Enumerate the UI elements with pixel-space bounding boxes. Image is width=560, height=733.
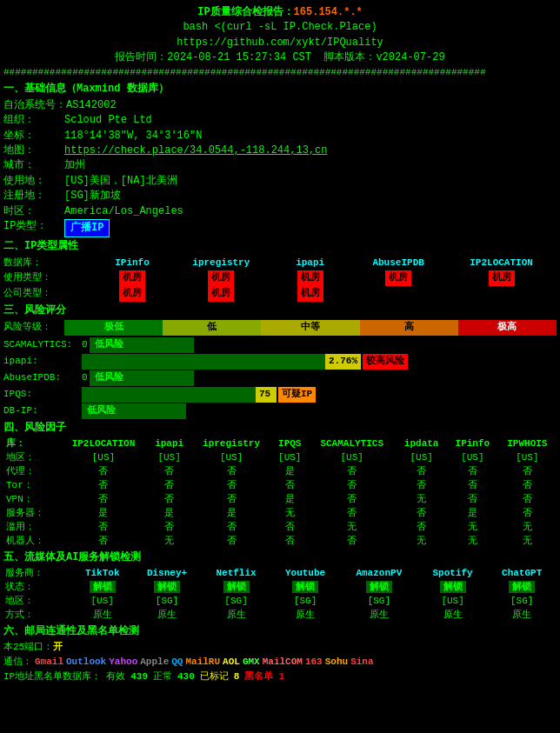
method-label: 方式： [3,609,72,623]
tiktok-region: [US] [72,595,132,609]
bl-valid-label: 有效 [106,670,125,684]
amazonpv-region: [SG] [340,595,418,609]
regzone-value: [SG]新加坡 [64,189,121,203]
proxy-ipapi: 否 [148,465,191,479]
blacklist-row: IP地址黑名单数据库： 有效 439 正常 430 已标记 8 黑名单 1 [3,670,557,684]
risk-level-bar: 风险等级： 极低 低 中等 高 极高 [3,320,557,336]
abuse-scam: 无 [308,521,396,535]
db-ipinfo: IPinfo [91,257,172,270]
tor-label: Tor： [3,479,59,493]
tiktok-header: TikTok [72,567,132,581]
map-url[interactable]: https://check.place/34.0544,-118.244,13,… [64,143,327,158]
ipapi-label: ipapi: [3,355,82,369]
factor-ipqs: IPQS [271,437,308,451]
vpn-ipqs: 是 [271,493,308,507]
section1-title: 一、基础信息（Maxmind 数据库） [3,82,557,97]
netflix-region: [SG] [202,595,271,609]
risk-jidi: 极低 [64,320,163,336]
amazonpv-method: 原生 [340,609,418,623]
mail-apple: Apple [140,656,169,670]
field-org: 组织： Scloud Pte Ltd [3,113,557,128]
field-map: 地图： https://check.place/34.0544,-118.244… [3,143,557,158]
server-ip2l: 是 [59,507,147,521]
tiktok-status: 解锁 [72,581,132,595]
companytype-abuseipdb [350,286,446,302]
spotify-region: [US] [418,595,488,609]
section4-title: 四、风险因子 [3,421,557,436]
proxy-ipdata: 否 [396,465,447,479]
server-label: 服务器： [3,507,59,521]
proxy-ipqs: 是 [271,465,308,479]
mail-mailru: MailRU [185,656,220,670]
proxy-ipreg: 否 [191,465,272,479]
region-label: 地区： [3,451,59,465]
tor-ipwhois: 否 [498,479,557,493]
usagezone-value: [US]美国，[NA]北美洲 [64,174,177,189]
mail-sohu: Sohu [325,656,348,670]
chatgpt-region: [SG] [487,595,557,609]
tor-scam: 否 [308,479,396,493]
ipapi-badge: 较高风险 [363,354,408,370]
blacklist-label: IP地址黑名单数据库： [3,670,101,684]
city-value: 加州 [64,158,85,173]
scamalytics-num: 0 [82,338,88,352]
mail-aol: AOL [223,656,240,670]
scamalytics-bar: 低风险 [90,337,194,353]
region-ipqs: [US] [271,451,308,465]
region-ipwhois: [US] [498,451,557,465]
risk-jigao: 极高 [458,320,557,336]
cmd-text: bash <(curl -sL IP.Check.Place) [183,21,377,33]
usagetype-ipregistry: 机房 [173,270,270,286]
field-city: 城市： 加州 [3,158,557,173]
asn-value: AS142002 [66,98,117,113]
proxy-ip2l: 否 [59,465,147,479]
companytype-label: 公司类型： [3,286,91,302]
db-ipapi: ipapi [270,257,350,270]
region-ipinfo: [US] [447,451,498,465]
factor-ipregistry: ipregistry [191,437,272,451]
city-label: 城市： [3,158,64,173]
abuse-ip2l: 否 [59,521,147,535]
region-ipreg: [US] [191,451,272,465]
companytype-ipregistry: 机房 [173,286,270,302]
script-version: v2024-07-29 [376,51,444,63]
score-scamalytics: SCAMALYTICS: 0 低风险 [3,337,557,353]
vpn-ipwhois: 否 [498,493,557,507]
report-time: 2024-08-21 15:27:34 CST [167,51,311,63]
chatgpt-status: 解锁 [487,581,557,595]
mail-outlook: Outlook [66,656,106,670]
field-usagezone: 使用地： [US]美国，[NA]北美洲 [3,174,557,189]
field-coord: 坐标： 118°14'38"W, 34°3'16"N [3,129,557,143]
db-ip2location: IP2LOCATION [446,257,557,270]
db-col-label: 数据库： [3,257,91,270]
section5-title: 五、流媒体及AI服务解锁检测 [3,550,557,565]
timezone-value: America/Los_Angeles [64,204,183,219]
companytype-ipinfo: 机房 [91,286,172,302]
usagetype-ipinfo: 机房 [91,270,172,286]
proxy-label: 代理： [3,465,59,479]
youtube-region: [SG] [270,595,340,609]
dbip-label: DB-IP: [3,404,82,418]
mail-qq: QQ [171,656,183,670]
report-title: IP质量综合检报告： [197,6,293,18]
ipqs-label: IPQS: [3,388,82,402]
abuseipdb-label: AbuseIPDB: [3,371,82,385]
risk-di: 低 [163,320,261,336]
disney-method: 原生 [132,609,202,623]
vpn-scam: 否 [308,493,396,507]
server-ipapi: 是 [148,507,191,521]
disney-region: [SG] [132,595,202,609]
netflix-header: Netflix [202,567,271,581]
mail-sina: Sina [350,656,373,670]
org-label: 组织： [3,113,64,128]
abuse-ipwhois: 无 [498,521,557,535]
provider-label: 服务商： [3,567,72,581]
vpn-ipreg: 否 [191,493,272,507]
port-row: 本25端口：开 [3,641,557,655]
netflix-method: 原生 [202,609,271,623]
mail-row: 通信： Gmail Outlook Yahoo Apple QQ MailRU … [3,656,557,670]
report-meta: 报告时间：2024-08-21 15:27:34 CST 脚本版本：v2024-… [3,50,557,65]
bl-normal-count: 430 [177,670,195,684]
coord-label: 坐标： [3,129,64,143]
server-ipdata: 否 [396,507,447,521]
